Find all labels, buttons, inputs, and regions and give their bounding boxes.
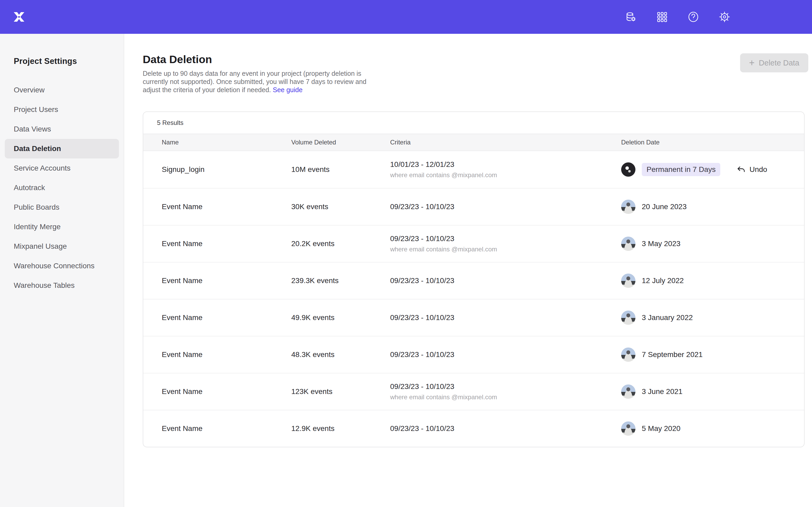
sidebar-title: Project Settings (14, 57, 124, 66)
cell-event-name: Event Name (162, 203, 291, 211)
topbar-icons (624, 10, 731, 23)
cell-event-name: Event Name (162, 314, 291, 322)
user-avatar (621, 347, 636, 362)
sidebar-item-data-deletion[interactable]: Data Deletion (5, 139, 119, 158)
deletion-date-text: 5 May 2020 (642, 425, 680, 433)
page-description: Delete up to 90 days data for any event … (143, 69, 376, 94)
table-column-header-row: NameVolume DeletedCriteriaDeletion Date (143, 133, 804, 151)
criteria-date-range: 09/23/23 - 10/10/23 (390, 234, 621, 243)
table-row: Event Name49.9K events09/23/23 - 10/10/2… (143, 299, 804, 336)
table-body: Signup_login10M events10/01/23 - 12/01/2… (143, 151, 804, 447)
cell-event-name: Event Name (162, 277, 291, 285)
sidebar-item-warehouse-connections[interactable]: Warehouse Connections (5, 256, 119, 276)
cell-event-name: Event Name (162, 387, 291, 396)
cell-deletion-date: Permanent in 7 DaysUndo (621, 162, 804, 177)
deletion-date-text: 12 July 2022 (642, 277, 684, 285)
page-title: Data Deletion (143, 53, 376, 66)
deletion-requests-table-card: 5 Results NameVolume DeletedCriteriaDele… (143, 111, 805, 447)
sidebar-item-mixpanel-usage[interactable]: Mixpanel Usage (5, 237, 119, 256)
cell-deletion-date: 5 May 2020 (621, 421, 804, 436)
top-navigation-bar (0, 0, 812, 34)
cell-event-name: Event Name (162, 239, 291, 248)
mixpanel-logo[interactable] (12, 9, 27, 24)
cell-deletion-date: 12 July 2022 (621, 274, 804, 288)
deletion-date-text: 3 June 2021 (642, 387, 682, 396)
criteria-filter: where email contains @mixpanel.com (390, 393, 621, 401)
table-row: Event Name239.3K events09/23/23 - 10/10/… (143, 262, 804, 299)
cell-criteria: 09/23/23 - 10/10/23 (390, 203, 621, 211)
data-settings-icon[interactable] (624, 10, 638, 23)
criteria-date-range: 09/23/23 - 10/10/23 (390, 382, 621, 391)
sidebar-item-autotrack[interactable]: Autotrack (5, 178, 119, 198)
cell-deletion-date: 20 June 2023 (621, 200, 804, 214)
criteria-date-range: 09/23/23 - 10/10/23 (390, 350, 621, 359)
user-avatar (621, 162, 636, 177)
criteria-date-range: 10/01/23 - 12/01/23 (390, 160, 621, 169)
plus-icon: + (749, 58, 755, 68)
user-avatar (621, 385, 636, 399)
see-guide-link[interactable]: See guide (273, 86, 303, 94)
app-shell: Project Settings OverviewProject UsersDa… (0, 34, 812, 507)
criteria-date-range: 09/23/23 - 10/10/23 (390, 203, 621, 211)
table-row: Signup_login10M events10/01/23 - 12/01/2… (143, 151, 804, 188)
undo-icon (737, 165, 746, 174)
column-header-volume-deleted: Volume Deleted (291, 138, 390, 146)
cell-deletion-date: 3 May 2023 (621, 237, 804, 251)
cell-volume-deleted: 30K events (291, 203, 390, 211)
cell-volume-deleted: 49.9K events (291, 314, 390, 322)
cell-volume-deleted: 12.9K events (291, 425, 390, 433)
criteria-filter: where email contains @mixpanel.com (390, 171, 621, 179)
criteria-filter: where email contains @mixpanel.com (390, 245, 621, 253)
cell-criteria: 09/23/23 - 10/10/23where email contains … (390, 382, 621, 401)
delete-data-button[interactable]: + Delete Data (740, 53, 808, 72)
sidebar-item-data-views[interactable]: Data Views (5, 119, 119, 139)
cell-criteria: 09/23/23 - 10/10/23where email contains … (390, 234, 621, 253)
permanent-in-days-badge: Permanent in 7 Days (642, 163, 720, 176)
table-row: Event Name20.2K events09/23/23 - 10/10/2… (143, 225, 804, 262)
cell-event-name: Event Name (162, 425, 291, 433)
main-content: Data Deletion Delete up to 90 days data … (124, 34, 812, 507)
user-avatar (621, 311, 636, 325)
user-avatar (621, 274, 636, 288)
cell-volume-deleted: 239.3K events (291, 277, 390, 285)
deletion-date-text: 3 May 2023 (642, 239, 680, 248)
sidebar-item-warehouse-tables[interactable]: Warehouse Tables (5, 276, 119, 295)
sidebar-item-public-boards[interactable]: Public Boards (5, 198, 119, 217)
help-icon[interactable] (687, 10, 700, 23)
sidebar-item-overview[interactable]: Overview (5, 80, 119, 100)
user-avatar (621, 237, 636, 251)
cell-criteria: 10/01/23 - 12/01/23where email contains … (390, 160, 621, 179)
user-avatar (621, 200, 636, 214)
cell-deletion-date: 3 June 2021 (621, 385, 804, 399)
cell-volume-deleted: 20.2K events (291, 239, 390, 248)
undo-button[interactable]: Undo (737, 165, 767, 174)
cell-criteria: 09/23/23 - 10/10/23 (390, 350, 621, 359)
cell-volume-deleted: 48.3K events (291, 350, 390, 359)
criteria-date-range: 09/23/23 - 10/10/23 (390, 277, 621, 285)
results-count: 5 Results (143, 112, 804, 133)
sidebar-item-service-accounts[interactable]: Service Accounts (5, 158, 119, 178)
settings-gear-icon[interactable] (718, 10, 731, 23)
criteria-date-range: 09/23/23 - 10/10/23 (390, 314, 621, 322)
sidebar-nav: OverviewProject UsersData ViewsData Dele… (0, 80, 124, 295)
sidebar-item-project-users[interactable]: Project Users (5, 100, 119, 119)
user-avatar (621, 421, 636, 436)
project-settings-sidebar: Project Settings OverviewProject UsersDa… (0, 34, 124, 507)
column-header-name: Name (162, 138, 291, 146)
criteria-date-range: 09/23/23 - 10/10/23 (390, 425, 621, 433)
cell-criteria: 09/23/23 - 10/10/23 (390, 277, 621, 285)
page-header-text: Data Deletion Delete up to 90 days data … (143, 53, 376, 94)
table-row: Event Name48.3K events09/23/23 - 10/10/2… (143, 336, 804, 373)
column-header-deletion-date: Deletion Date (621, 138, 804, 146)
sidebar-item-identity-merge[interactable]: Identity Merge (5, 217, 119, 237)
column-header-criteria: Criteria (390, 138, 621, 146)
page-description-text: Delete up to 90 days data for any event … (143, 70, 366, 94)
cell-criteria: 09/23/23 - 10/10/23 (390, 314, 621, 322)
deletion-date-text: 7 September 2021 (642, 350, 703, 359)
undo-label: Undo (749, 165, 767, 174)
delete-data-button-label: Delete Data (759, 59, 799, 67)
table-row: Event Name123K events09/23/23 - 10/10/23… (143, 373, 804, 410)
apps-grid-icon[interactable] (656, 10, 669, 23)
cell-event-name: Event Name (162, 350, 291, 359)
cell-event-name: Signup_login (162, 165, 291, 174)
